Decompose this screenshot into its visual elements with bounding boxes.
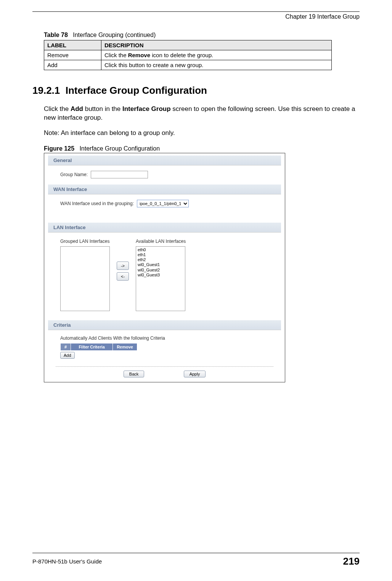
move-left-button[interactable]: <- bbox=[117, 272, 129, 281]
footer-guide: P-870HN-51b User's Guide bbox=[32, 558, 102, 565]
table-row: Add Click this button to create a new gr… bbox=[44, 60, 332, 70]
back-button[interactable]: Back bbox=[124, 371, 144, 377]
figure-caption: Figure 125 Interface Group Configuration bbox=[44, 145, 360, 152]
note: Note: An interface can belong to a group… bbox=[44, 129, 360, 137]
intro-paragraph: Click the Add button in the Interface Gr… bbox=[44, 105, 360, 122]
table-header-label: LABEL bbox=[44, 40, 101, 50]
section-criteria-heading: Criteria bbox=[48, 320, 281, 330]
criteria-text: Automatically Add Clients With the follo… bbox=[60, 335, 274, 341]
grouped-lan-listbox[interactable] bbox=[60, 246, 110, 311]
section-lan-heading: LAN Interface bbox=[48, 223, 281, 233]
criteria-th-filter: Filter Criteria bbox=[71, 343, 113, 350]
list-item[interactable]: eth1 bbox=[137, 252, 184, 257]
apply-button[interactable]: Apply bbox=[184, 371, 206, 377]
cell-desc: Click this button to create a new group. bbox=[101, 60, 332, 70]
criteria-th-num: # bbox=[61, 343, 71, 350]
group-name-input[interactable] bbox=[91, 171, 148, 178]
add-criteria-button[interactable]: Add bbox=[60, 352, 75, 359]
section-heading: 19.2.1 Interface Group Configuration bbox=[32, 85, 360, 96]
cell-label: Add bbox=[44, 60, 101, 70]
criteria-table: # Filter Criteria Remove bbox=[60, 343, 137, 351]
screenshot-panel: General Group Name: WAN Interface WAN In… bbox=[44, 153, 285, 382]
section-general-heading: General bbox=[48, 156, 281, 165]
list-item[interactable]: wl0_Guest2 bbox=[137, 268, 184, 273]
table-row: Remove Click the Remove icon to delete t… bbox=[44, 50, 332, 60]
criteria-th-remove: Remove bbox=[113, 343, 137, 350]
table-caption-prefix: Table 78 bbox=[44, 32, 68, 38]
available-lan-listbox[interactable]: eth0 eth1 eth2 wl0_Guest1 wl0_Guest2 wl0… bbox=[136, 246, 185, 311]
section-wan-heading: WAN Interface bbox=[48, 185, 281, 194]
table-caption: Table 78 Interface Grouping (continued) bbox=[44, 32, 360, 39]
list-item[interactable]: eth2 bbox=[137, 257, 184, 262]
table-interface-grouping: LABEL DESCRIPTION Remove Click the Remov… bbox=[44, 40, 332, 70]
list-item[interactable]: eth0 bbox=[137, 247, 184, 252]
chapter-header: Chapter 19 Interface Group bbox=[32, 13, 360, 20]
wan-interface-select[interactable]: ipoe_0_0_1_1/ptm0_1 bbox=[137, 200, 189, 207]
list-item[interactable]: wl0_Guest1 bbox=[137, 262, 184, 267]
cell-label: Remove bbox=[44, 50, 101, 60]
wan-interface-label: WAN Interface used in the grouping: bbox=[60, 201, 134, 206]
table-header-desc: DESCRIPTION bbox=[101, 40, 332, 50]
list-item[interactable]: wl0_Guest3 bbox=[137, 273, 184, 278]
group-name-label: Group Name: bbox=[60, 172, 88, 177]
table-caption-text: Interface Grouping (continued) bbox=[73, 32, 156, 38]
grouped-lan-label: Grouped LAN Interfaces bbox=[60, 239, 110, 244]
move-right-button[interactable]: -> bbox=[117, 262, 129, 270]
cell-desc: Click the Remove icon to delete the grou… bbox=[101, 50, 332, 60]
available-lan-label: Available LAN Interfaces bbox=[136, 239, 186, 244]
footer-page-number: 219 bbox=[343, 555, 360, 567]
